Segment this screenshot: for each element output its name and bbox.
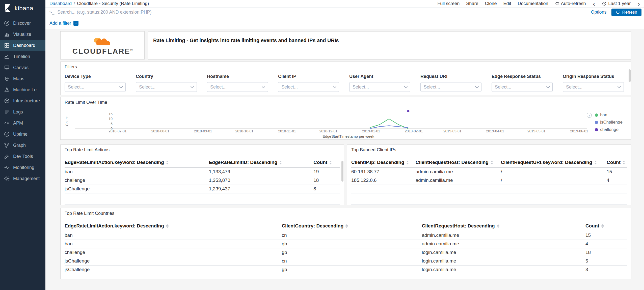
breadcrumb-dashboard-link[interactable]: Dashboard	[49, 1, 72, 6]
sidebar-item-maps[interactable]: Maps	[0, 73, 45, 84]
legend-item-ban[interactable]: ban	[595, 112, 623, 118]
cloudflare-cloud-icon	[89, 36, 116, 47]
legend-label: challenge	[600, 127, 619, 132]
column-header-edgeratelimitaction-keyword-descending[interactable]: EdgeRateLimitAction.keyword: Descending	[65, 157, 209, 167]
discover-icon	[4, 20, 10, 26]
table-cell: 4	[585, 240, 627, 248]
table-cell: gb	[282, 248, 422, 257]
svg-text:2019-03-01: 2019-03-01	[443, 129, 462, 133]
table-cell: cn	[282, 231, 422, 240]
time-range-button[interactable]: Last 1 year	[602, 1, 631, 6]
top-menu-share[interactable]: Share	[466, 1, 478, 6]
chevron-down-icon	[618, 84, 621, 88]
sidebar-item-timelion[interactable]: Timelion	[0, 51, 45, 62]
svg-text:15: 15	[109, 112, 113, 116]
sidebar-item-infrastructure[interactable]: Infrastructure	[0, 95, 45, 106]
add-filter-button[interactable]: Add a filter +	[49, 21, 78, 26]
svg-text:2019-01-01: 2019-01-01	[362, 129, 380, 133]
registered-mark: ®	[130, 48, 132, 52]
table-cell: 15	[585, 231, 627, 240]
column-header-clientcountry-descending[interactable]: ClientCountry: Descending	[282, 221, 422, 231]
column-header-clientip-ip-descending[interactable]: ClientIP.ip: Descending	[351, 157, 416, 167]
column-header-clientrequesthost-descending[interactable]: ClientRequestHost: Descending	[416, 157, 501, 167]
sidebar-item-graph[interactable]: Graph	[0, 140, 45, 151]
sidebar-item-logs[interactable]: Logs	[0, 106, 45, 118]
column-header-count[interactable]: Count	[585, 221, 627, 231]
query-options-button[interactable]: Options	[591, 10, 606, 15]
column-header-clientrequesturi-keyword-descending[interactable]: ClientRequestURI.keyword: Descending	[501, 157, 607, 167]
refresh-button[interactable]: Refresh	[611, 9, 641, 16]
sidebar-item-machine-le[interactable]: Machine Le...	[0, 84, 45, 95]
svg-text:2019-02-01: 2019-02-01	[405, 129, 423, 133]
select-placeholder: Select...	[424, 84, 440, 90]
add-filter-label: Add a filter	[49, 21, 71, 26]
column-header-count[interactable]: Count	[313, 157, 340, 167]
filter-select-request-uri[interactable]: Select...	[420, 82, 481, 92]
legend-item-jschallenge[interactable]: jsChallenge	[595, 120, 623, 125]
kibana-home-button[interactable]: kibana	[0, 0, 45, 18]
uptime-icon	[4, 131, 10, 137]
filter-select-country[interactable]: Select...	[136, 82, 197, 92]
sort-icon	[406, 161, 409, 164]
sidebar-item-monitoring[interactable]: Monitoring	[0, 162, 45, 173]
sidebar-item-label: Dev Tools	[13, 154, 33, 159]
top-menu-clone[interactable]: Clone	[485, 1, 497, 6]
scrollbar[interactable]	[341, 161, 343, 182]
rate-limit-chart: 0510152018-07-012018-08-012018-09-012018…	[65, 106, 627, 139]
sidebar-item-visualize[interactable]: Visualize	[0, 29, 45, 40]
search-input[interactable]	[57, 10, 586, 15]
sidebar-item-apm[interactable]: APM	[0, 118, 45, 129]
top-menu-documentation[interactable]: Documentation	[518, 1, 548, 6]
top-menu-edit[interactable]: Edit	[503, 1, 511, 6]
canvas-icon	[4, 64, 10, 71]
table-cell: /	[501, 176, 607, 185]
column-header-edgeratelimitaction-keyword-descending[interactable]: EdgeRateLimitAction.keyword: Descending	[65, 221, 282, 231]
time-next-button[interactable]: ›	[637, 1, 640, 6]
auto-refresh-button[interactable]: Auto-refresh	[555, 1, 586, 6]
select-placeholder: Select...	[353, 84, 369, 90]
filter-select-hostname[interactable]: Select...	[207, 82, 268, 92]
sidebar-item-discover[interactable]: Discover	[0, 18, 45, 29]
sidebar-item-dev-tools[interactable]: Dev Tools	[0, 151, 45, 162]
scrollbar[interactable]	[629, 69, 631, 82]
filter-select-device-type[interactable]: Select...	[65, 82, 126, 92]
filter-select-user-agent[interactable]: Select...	[349, 82, 410, 92]
dev-tools-icon	[4, 153, 10, 160]
table-cell: ban	[65, 231, 282, 240]
auto-refresh-label: Auto-refresh	[561, 1, 586, 6]
filter-field-origin-response-status: Origin Response StatusSelect...	[563, 74, 624, 92]
kibana-logo-icon	[4, 4, 12, 13]
filter-label: User Agent	[349, 74, 410, 79]
sidebar-item-label: Monitoring	[13, 165, 34, 170]
column-header-edgeratelimitid-descending[interactable]: EdgeRateLimitID: Descending	[209, 157, 314, 167]
time-prev-button[interactable]: ‹	[593, 1, 596, 6]
chevron-down-icon	[119, 84, 123, 88]
column-header-clientrequesthost-descending[interactable]: ClientRequestHost: Descending	[422, 221, 585, 231]
table-cell: admin.camilia.me	[422, 231, 585, 240]
sidebar-item-uptime[interactable]: Uptime	[0, 129, 45, 140]
select-placeholder: Select...	[210, 84, 227, 90]
sidebar-item-label: Canvas	[13, 65, 29, 70]
table-cell: cn	[282, 257, 422, 265]
sidebar-item-management[interactable]: Management	[0, 173, 45, 184]
time-range-label: Last 1 year	[608, 1, 631, 6]
column-header-count[interactable]: Count	[607, 157, 627, 167]
filter-select-client-ip[interactable]: Select...	[278, 82, 339, 92]
add-filter-plus-icon: +	[73, 21, 78, 26]
sidebar: kibana DiscoverVisualizeDashboardTimelio…	[0, 0, 45, 290]
filter-field-edge-response-status: Edge Response StatusSelect...	[492, 74, 553, 92]
filter-select-origin-response-status[interactable]: Select...	[563, 82, 624, 92]
top-menu-full-screen[interactable]: Full screen	[437, 1, 460, 6]
panel-title-top-rate-limit-actions: Top Rate Limit Actions	[65, 147, 340, 153]
sidebar-item-canvas[interactable]: Canvas	[0, 62, 45, 73]
sidebar-item-label: Logs	[13, 109, 23, 115]
legend-item-challenge[interactable]: challenge	[595, 127, 623, 132]
sidebar-item-dashboard[interactable]: Dashboard	[0, 40, 45, 51]
sort-icon	[166, 161, 169, 164]
table-cell: ban	[65, 167, 209, 176]
empty-table-row	[351, 193, 627, 199]
table-cell: jsChallenge	[65, 185, 209, 193]
svg-text:2018-07-01: 2018-07-01	[109, 129, 127, 133]
legend-dot-icon	[595, 121, 598, 124]
filter-select-edge-response-status[interactable]: Select...	[492, 82, 553, 92]
